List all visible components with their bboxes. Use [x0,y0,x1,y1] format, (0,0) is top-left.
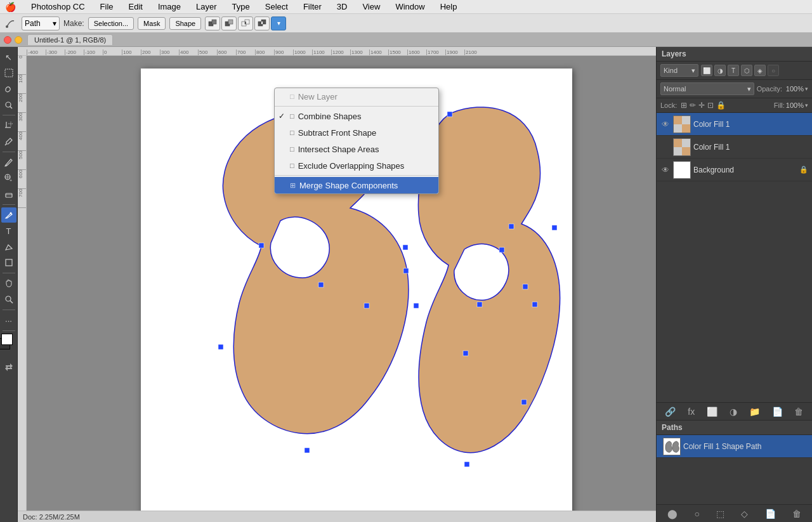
move-tool[interactable]: ↖ [1,49,16,65]
filter-pixel-icon[interactable]: ⬜ [701,65,712,76]
menu-item-exclude[interactable]: □ Exclude Overlapping Shapes [275,157,438,174]
menu-item-combine-shapes[interactable]: ✓ □ Combine Shapes [275,108,438,124]
opacity-arrow[interactable]: ▾ [805,86,808,92]
lock-position-icon[interactable]: ✛ [698,101,705,110]
right-panel: Layers Kind▾ ⬜ ◑ T ⬡ ◈ ○ [656,47,812,522]
menu-3d[interactable]: 3D [334,2,350,11]
adjustment-layer-icon[interactable]: ◑ [727,407,740,417]
selection-to-path-icon[interactable]: ◇ [738,509,750,519]
filter-adjust-icon[interactable]: ◑ [714,65,726,76]
lock-artboard-icon[interactable]: ⊡ [707,101,714,110]
layer-item[interactable]: 👁 Background 🔒 [657,159,812,181]
add-mask-icon[interactable]: ⬜ [704,407,720,417]
exclude-shape-icon[interactable] [254,16,270,30]
lock-pixels-icon[interactable]: ✏ [690,101,696,110]
menu-window[interactable]: Window [393,2,427,11]
new-group-icon[interactable]: 📁 [747,407,763,417]
new-layer-icon[interactable]: 📄 [769,407,785,417]
menu-image[interactable]: Image [155,2,183,11]
fill-arrow[interactable]: ▾ [805,102,808,108]
layer-visibility-toggle[interactable]: 👁 [660,142,671,152]
path-mode-dropdown[interactable]: Path▾ [22,16,60,30]
path-to-selection-icon[interactable]: ⬚ [714,509,727,519]
clone-tool[interactable]: + [1,171,16,186]
zoom-tool[interactable] [1,292,16,307]
path-selection-tool[interactable] [1,239,16,254]
layer-effects-icon[interactable]: fx [685,407,697,417]
menu-photoshop[interactable]: Photoshop CC [29,2,88,11]
canvas[interactable]: □ New Layer ✓ □ Combine Shapes □ Subtrac… [27,56,656,511]
menu-layer[interactable]: Layer [193,2,219,11]
stroke-path-icon[interactable]: ○ [691,509,702,519]
fill-label: Fill: [774,101,785,109]
path-operations-dropdown[interactable]: ▾ [271,16,286,30]
subtract-shape-icon[interactable] [221,16,237,30]
path-tool-icon[interactable] [4,16,18,30]
lasso-tool[interactable] [1,81,16,96]
main-area: ↖ + T [0,47,812,522]
apple-menu[interactable]: 🍎 [5,2,16,12]
menu-select[interactable]: Select [263,2,291,11]
minimize-button[interactable] [15,36,22,44]
eraser-tool[interactable] [1,186,16,202]
menu-filter[interactable]: Filter [301,2,324,11]
lock-all-icon[interactable]: 🔒 [716,101,726,110]
layer-visibility-toggle[interactable]: 👁 [660,165,671,175]
close-button[interactable] [4,36,11,44]
layer-item[interactable]: 👁 Color Fill 1 [657,113,812,136]
menu-item-new-layer[interactable]: □ New Layer [275,88,438,105]
opacity-label: Opacity: [757,85,782,93]
filter-toggle[interactable]: ○ [768,65,779,76]
workspace: -400 -300 -200 -100 0 100 200 300 400 50… [18,47,656,522]
svg-rect-54 [674,147,682,155]
layer-type-dropdown[interactable]: Kind▾ [660,64,698,77]
checkmark-icon: ✓ [278,112,285,121]
hand-tool[interactable] [1,276,16,291]
filter-type-icon[interactable]: T [728,65,739,76]
brush-tool[interactable] [1,155,16,170]
layer-thumbnail [673,115,691,133]
mask-button[interactable]: Mask [138,17,166,30]
menu-item-subtract-front[interactable]: □ Subtract Front Shape [275,124,438,141]
shape-tool[interactable] [1,255,16,270]
crop-tool[interactable] [1,118,16,133]
text-tool[interactable]: T [1,223,16,238]
path-item[interactable]: Color Fill 1 Shape Path [657,435,812,458]
menu-help[interactable]: Help [438,2,460,11]
menu-item-merge[interactable]: ⊞ Merge Shape Components [275,177,438,193]
layer-visibility-toggle[interactable]: 👁 [660,119,671,129]
filter-smart-icon[interactable]: ◈ [754,65,766,76]
selection-button[interactable]: Selection... [88,17,134,30]
menu-type[interactable]: Type [230,2,252,11]
document-tab[interactable]: Untitled-1 @ 1, RGB/8) [27,34,113,45]
delete-path-icon[interactable]: 🗑 [790,509,804,519]
opacity-row: Opacity: 100% ▾ [757,85,808,93]
switch-colors-icon[interactable] [3,361,15,374]
extra-tools[interactable]: ··· [1,313,16,328]
intersect-shape-icon[interactable] [238,16,253,30]
foreground-color-swatch[interactable] [1,334,13,345]
combine-shapes-icon[interactable] [205,16,220,30]
marquee-tool[interactable] [1,65,16,81]
quick-select-tool[interactable] [1,97,16,112]
blend-mode-dropdown[interactable]: Normal▾ [660,82,754,95]
shape-button[interactable]: Shape [169,17,201,30]
color-swatches[interactable] [0,334,18,355]
menu-edit[interactable]: Edit [126,2,145,11]
pen-tool[interactable] [1,207,16,223]
ruler-v-mark: 500 [18,151,26,170]
fill-path-icon[interactable]: ⬤ [665,509,680,519]
menu-separator [275,175,438,176]
svg-rect-42 [463,351,468,356]
filter-shape-icon[interactable]: ⬡ [741,65,752,76]
new-path-icon[interactable]: 📄 [763,509,778,519]
menu-file[interactable]: File [98,2,116,11]
link-layers-icon[interactable]: 🔗 [662,407,678,417]
lock-transparent-icon[interactable]: ⊞ [681,101,687,110]
menu-item-intersect[interactable]: □ Intersect Shape Areas [275,141,438,157]
delete-layer-icon[interactable]: 🗑 [792,407,806,417]
menu-view[interactable]: View [360,2,383,11]
svg-rect-35 [318,282,324,287]
eyedropper-tool[interactable] [1,134,16,149]
layer-item[interactable]: 👁 Color Fill 1 [657,136,812,159]
